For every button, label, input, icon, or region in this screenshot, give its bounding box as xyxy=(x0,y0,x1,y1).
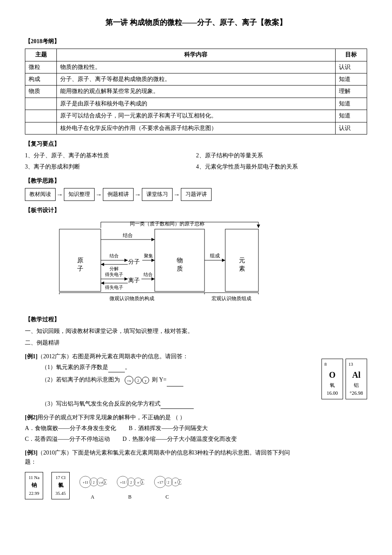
blank-1-1 xyxy=(108,372,125,372)
table-row: 物质 能用微粒的观点解释某些常见的现象。 理解 xyxy=(25,86,367,98)
element-card-Al: 13 Al 铝 °26.98 xyxy=(346,359,367,399)
element-card-Na: 11 Na 钠 22.99 xyxy=(25,472,43,499)
svg-text:+11: +11 xyxy=(120,480,126,484)
flow-step-1: 教材阅读 xyxy=(25,188,56,201)
svg-marker-15 xyxy=(101,263,104,266)
example-3-title: [例3]（2010广东）下面是钠元素和氯元素在元素周期表中的信息和3种粒子的结构… xyxy=(25,448,367,457)
particle-A-label: A xyxy=(91,493,95,501)
particle-B-label: B xyxy=(128,493,131,501)
svg-text:y: y xyxy=(145,379,146,383)
svg-text:+11: +11 xyxy=(83,480,88,484)
col-content: 科学内容 xyxy=(57,49,335,61)
svg-text:元: 元 xyxy=(239,257,245,264)
board-design-label: 【板书设计】 xyxy=(25,206,367,215)
svg-text:子: 子 xyxy=(77,265,83,272)
svg-text:分子: 分子 xyxy=(128,259,140,265)
svg-marker-22 xyxy=(124,277,128,281)
cell-content: 原子可以结合成分子，同一元素的原子和离子可以互相转化。 xyxy=(57,110,335,122)
element-card-O: 8 O 氧 16.00 xyxy=(321,359,343,399)
na-mass: 22.99 xyxy=(28,490,40,497)
table-row: 原子可以结合成分子，同一元素的原子和离子可以互相转化。 知道 xyxy=(25,110,367,122)
blank-1-3 xyxy=(161,408,194,409)
svg-text:+17: +17 xyxy=(157,480,163,484)
svg-text:聚集: 聚集 xyxy=(144,253,153,258)
particle-B: +11 2 8 1 B xyxy=(115,470,144,501)
svg-marker-29 xyxy=(101,281,104,285)
cell-goal: 认识 xyxy=(335,61,367,73)
cell-theme xyxy=(25,110,57,122)
svg-text:2: 2 xyxy=(93,481,95,484)
svg-text:得失电子: 得失电子 xyxy=(105,272,123,277)
teaching-thought-label: 【教学思路】 xyxy=(25,176,367,186)
table-row: 微粒 物质的微粒性。 认识 xyxy=(25,61,367,73)
svg-marker-9 xyxy=(151,238,155,241)
svg-text:素: 素 xyxy=(239,265,245,272)
review-item-4: 4、元素化学性质与最外层电子数的关系 xyxy=(196,162,368,171)
cell-theme: 物质 xyxy=(25,86,57,98)
svg-marker-26 xyxy=(151,277,155,281)
example-2: [例2]用分子的观点对下列常见现象的解释中，不正确的是 （ ） A．食物腐败——… xyxy=(25,413,367,444)
example-1-label: [例1] xyxy=(25,353,37,359)
cl-number: 17 Cl xyxy=(54,474,67,482)
cl-mass: 35.45 xyxy=(54,490,67,497)
flow-arrow-1: → xyxy=(56,189,64,200)
particle-C-label: C xyxy=(166,493,169,501)
svg-text:7: 7 xyxy=(180,481,181,484)
cell-content: 原子是由原子核和核外电子构成的 xyxy=(57,98,335,110)
table-row: 核外电子在化学反应中的作用（不要求会画原子结构示意图） 认识 xyxy=(25,122,367,134)
svg-text:宏观认识物质组成: 宏观认识物质组成 xyxy=(212,296,251,301)
element-Al-symbol: Al xyxy=(348,368,364,381)
option-C: C．花香四溢——分子不停地运动 xyxy=(25,435,110,444)
svg-text:2 8: 2 8 xyxy=(99,481,103,484)
element-Al-name: 铝 xyxy=(348,381,364,389)
flow-arrow-3: → xyxy=(134,189,142,200)
cell-goal: 认识 xyxy=(335,122,367,134)
cell-content: 分子、原子、离子等都是构成物质的微粒。 xyxy=(57,73,335,85)
page-title: 第一讲 构成物质的微粒——分子、原子、离子【教案】 xyxy=(25,17,367,29)
example-1-q3: （3）写出铝与氧气发生化合反应的化学方程式 xyxy=(41,399,367,408)
table-row: 原子是由原子核和核外电子构成的 知道 xyxy=(25,98,367,110)
table-row: 构成 分子、原子、离子等都是构成物质的微粒。 知道 xyxy=(25,73,367,85)
svg-text:2: 2 xyxy=(168,481,169,484)
svg-text:组成: 组成 xyxy=(210,253,220,259)
svg-text:8: 8 xyxy=(137,481,139,484)
svg-text:2: 2 xyxy=(130,481,132,484)
element-O-name: 氧 xyxy=(324,381,340,389)
teaching-intro-1: 一、知识回顾，阅读教材和课堂记录，填写知识整理，核对答案。 xyxy=(25,327,367,336)
cell-theme xyxy=(25,122,57,134)
example-1: [例1]（2012广东）右图是两种元素在周期表中的信息。请回答： 8 O 氧 1… xyxy=(25,352,367,409)
board-design-diagram: 同一类（质子数相同）的原子总称 原 子 结合 结合 分解 分子 聚集 得失电子 xyxy=(25,219,367,310)
review-item-1: 1、分子、原子、离子的基本性质 xyxy=(25,151,196,160)
example-2-title: [例2]用分子的观点对下列常见现象的解释中，不正确的是 （ ） xyxy=(25,413,367,422)
element-O-mass: 16.00 xyxy=(324,389,340,397)
svg-marker-12 xyxy=(124,259,128,262)
element-O-symbol: O xyxy=(324,368,340,381)
svg-marker-4 xyxy=(257,225,260,228)
svg-text:+x: +x xyxy=(127,379,131,383)
particle-C: +17 2 8 7 C xyxy=(153,470,182,501)
option-D: D．热胀冷缩——分子大小随温度变化而改变 xyxy=(122,435,237,444)
svg-text:微观认识物质的构成: 微观认识物质的构成 xyxy=(110,296,154,301)
flow-step-4: 课堂练习 xyxy=(142,188,173,201)
svg-marker-19 xyxy=(151,259,155,262)
option-B: B．酒精挥发——分子间隔变大 xyxy=(129,424,208,433)
cell-content: 核外电子在化学反应中的作用（不要求会画原子结构示意图） xyxy=(57,122,335,134)
svg-text:分解: 分解 xyxy=(110,266,119,271)
cell-content: 物质的微粒性。 xyxy=(57,61,335,73)
na-name: 钠 xyxy=(28,481,40,490)
svg-text:物: 物 xyxy=(176,257,183,264)
example-1-q1: （1）氧元素的原子序数是。 xyxy=(41,363,367,372)
review-item-2: 2、原子结构中的等量关系 xyxy=(196,151,368,160)
cell-goal: 知道 xyxy=(335,110,367,122)
example-2-options: A．食物腐败——分子本身发生变化 B．酒精挥发——分子间隔变大 C．花香四溢——… xyxy=(25,424,367,444)
cell-theme xyxy=(25,98,57,110)
svg-text:质: 质 xyxy=(176,265,183,272)
example-2-bracket: （ ） xyxy=(173,414,186,421)
review-points: 1、分子、原子、离子的基本性质 2、原子结构中的等量关系 3、离子的形成和判断 … xyxy=(25,151,367,171)
teaching-intro-2: 二、例题精讲 xyxy=(25,338,367,347)
col-theme: 主题 xyxy=(25,49,57,61)
svg-text:结合: 结合 xyxy=(123,232,133,238)
svg-text:同一类（质子数相同）的原子总称: 同一类（质子数相同）的原子总称 xyxy=(130,221,205,227)
svg-text:原: 原 xyxy=(77,257,83,264)
na-number: 11 Na xyxy=(28,474,40,482)
